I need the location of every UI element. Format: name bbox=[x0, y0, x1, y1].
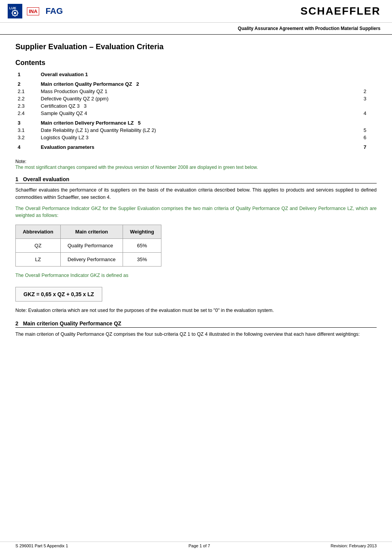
section1-num: 1 bbox=[15, 176, 18, 182]
toc-title-2-3: Certification QZ 3 3 bbox=[38, 102, 361, 110]
section2-num: 2 bbox=[15, 320, 18, 327]
toc-page-2 bbox=[361, 80, 377, 88]
toc-page-2-4: 4 bbox=[361, 110, 377, 117]
table-row-qz: QZ Quality Performance 65% bbox=[16, 239, 161, 253]
toc-table: 1 Overall evaluation 1 2 Main criterion … bbox=[15, 71, 377, 151]
criterion-quality: Quality Performance bbox=[60, 239, 123, 253]
toc-item-2-1: 2.1 Mass Production Quality QZ 1 2 bbox=[15, 88, 377, 95]
toc-item-1: 1 Overall evaluation 1 bbox=[15, 71, 377, 78]
col-weighting: Weighting bbox=[123, 225, 161, 239]
formula-intro: The Overall Performance Indicator GKZ is… bbox=[15, 272, 377, 279]
section1-heading: 1 Overall evaluation bbox=[15, 176, 377, 183]
toc-num-2: 2 bbox=[15, 80, 38, 88]
toc-title-2-1: Mass Production Quality QZ 1 bbox=[38, 88, 361, 95]
toc-item-3-1: 3.1 Date Reliability (LZ 1) and Quantity… bbox=[15, 127, 377, 134]
section2-para1: The main criterion of Quality Performanc… bbox=[15, 331, 377, 338]
svg-line-8 bbox=[13, 11, 13, 12]
toc-num-2-2: 2.2 bbox=[15, 95, 38, 102]
note-label: Note: bbox=[15, 159, 27, 164]
toc-title-3-1: Date Reliability (LZ 1) and Quantity Rel… bbox=[38, 127, 361, 134]
doc-title: Supplier Evaluation – Evaluation Criteri… bbox=[15, 42, 377, 51]
toc-num-3-2: 3.2 bbox=[15, 134, 38, 141]
footer-right: Revision: February 2013 bbox=[331, 543, 377, 548]
weight-lz: 35% bbox=[123, 253, 161, 267]
contents-heading: Contents bbox=[15, 59, 377, 67]
toc-item-4: 4 Evaluation parameters 7 bbox=[15, 143, 377, 151]
toc-page-3-1: 5 bbox=[361, 127, 377, 134]
col-main-criterion: Main criterion bbox=[60, 225, 123, 239]
footer: S 296001 Part 5 Appendix 1 Page 1 of 7 R… bbox=[0, 542, 392, 548]
section1-title: Overall evaluation bbox=[23, 176, 70, 182]
main-content: Supplier Evaluation – Evaluation Criteri… bbox=[0, 35, 392, 349]
section1-para1: Schaeffler evaluates the performance of … bbox=[15, 187, 377, 201]
toc-num-2-4: 2.4 bbox=[15, 110, 38, 117]
toc-num-3-1: 3.1 bbox=[15, 127, 38, 134]
svg-line-10 bbox=[17, 11, 18, 12]
svg-line-9 bbox=[17, 15, 18, 16]
luk-logo-icon: LUK bbox=[8, 4, 22, 18]
footer-left: S 296001 Part 5 Appendix 1 bbox=[15, 543, 68, 548]
criteria-table: Abbreviation Main criterion Weighting QZ… bbox=[15, 225, 161, 267]
col-abbreviation: Abbreviation bbox=[16, 225, 61, 239]
table-row-lz: LZ Delivery Performance 35% bbox=[16, 253, 161, 267]
svg-text:LUK: LUK bbox=[9, 6, 17, 10]
abbr-qz: QZ bbox=[16, 239, 61, 253]
logo-area: LUK INA FAG bbox=[8, 4, 65, 18]
toc-title-2-2: Defective Quantity QZ 2 (ppm) bbox=[38, 95, 361, 102]
toc-page-3 bbox=[361, 119, 377, 127]
toc-page-2-2: 3 bbox=[361, 95, 377, 102]
formula-box: GKZ = 0,65 x QZ + 0,35 x LZ bbox=[15, 287, 102, 302]
toc-page-2-1: 2 bbox=[361, 88, 377, 95]
toc-title-2: Main criterion Quality Performance QZ 2 bbox=[38, 80, 361, 88]
toc-item-2-2: 2.2 Defective Quantity QZ 2 (ppm) 3 bbox=[15, 95, 377, 102]
toc-item-2-4: 2.4 Sample Quality QZ 4 4 bbox=[15, 110, 377, 117]
section2-title: Main criterion Quality Performance QZ bbox=[23, 320, 121, 327]
toc-title-1: Overall evaluation 1 bbox=[38, 71, 361, 78]
ina-logo: INA bbox=[27, 7, 39, 15]
toc-title-2-4: Sample Quality QZ 4 bbox=[38, 110, 361, 117]
abbr-lz: LZ bbox=[16, 253, 61, 267]
toc-item-3-2: 3.2 Logistics Quality LZ 3 6 bbox=[15, 134, 377, 141]
toc-page-1 bbox=[361, 71, 377, 78]
header: LUK INA FAG SCHAEFFLER bbox=[0, 0, 392, 23]
criterion-delivery: Delivery Performance bbox=[60, 253, 123, 267]
toc-num-3: 3 bbox=[15, 119, 38, 127]
toc-num-4: 4 bbox=[15, 143, 38, 151]
section1-para2: The Overall Performance Indicator GKZ fo… bbox=[15, 205, 377, 220]
toc-num-1: 1 bbox=[15, 71, 38, 78]
toc-num-2-1: 2.1 bbox=[15, 88, 38, 95]
toc-title-4: Evaluation parameters bbox=[38, 143, 361, 151]
footer-center: Page 1 of 7 bbox=[188, 543, 210, 548]
svg-point-3 bbox=[14, 12, 16, 14]
toc-item-2-3: 2.3 Certification QZ 3 3 bbox=[15, 102, 377, 110]
toc-item-3: 3 Main criterion Delivery Performance LZ… bbox=[15, 119, 377, 127]
fag-logo: FAG bbox=[44, 6, 64, 16]
toc-page-3-2: 6 bbox=[361, 134, 377, 141]
note-text: The most significant changes compared wi… bbox=[15, 165, 258, 170]
svg-line-11 bbox=[13, 15, 13, 16]
weight-qz: 65% bbox=[123, 239, 161, 253]
toc-title-3: Main criterion Delivery Performance LZ 5 bbox=[38, 119, 361, 127]
toc-page-4: 7 bbox=[361, 143, 377, 151]
toc-item-2: 2 Main criterion Quality Performance QZ … bbox=[15, 80, 377, 88]
toc-title-3-2: Logistics Quality LZ 3 bbox=[38, 134, 361, 141]
section2-heading: 2 Main criterion Quality Performance QZ bbox=[15, 320, 377, 328]
toc-num-2-3: 2.3 bbox=[15, 102, 38, 110]
note-section: Note: The most significant changes compa… bbox=[15, 158, 377, 170]
schaeffler-logo: SCHAEFFLER bbox=[301, 5, 380, 17]
quality-assurance-line: Quality Assurance Agreement with Product… bbox=[0, 23, 392, 35]
toc-page-2-3 bbox=[361, 102, 377, 110]
note2-text: Note: Evaluation criteria which are not … bbox=[15, 307, 377, 314]
